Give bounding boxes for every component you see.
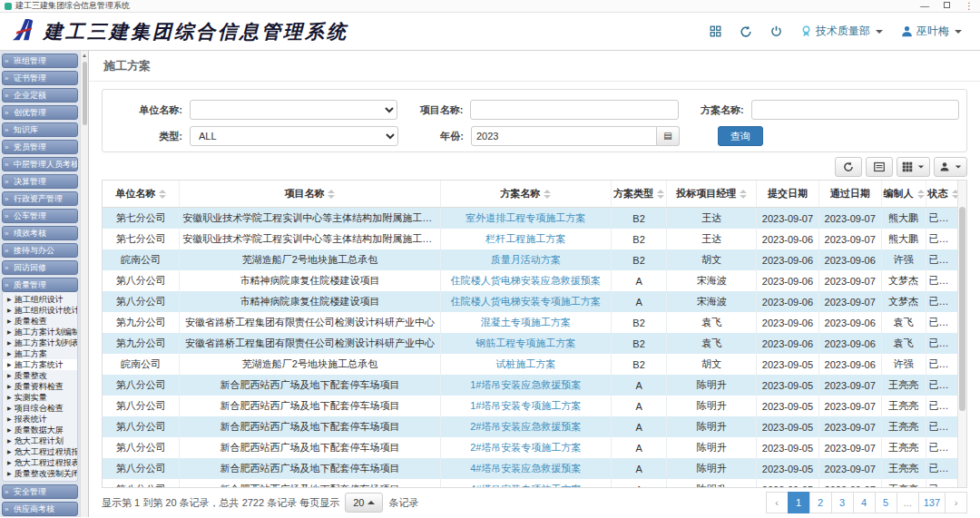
page-next-button[interactable]: › bbox=[945, 492, 967, 513]
sidebar-item-安全管理[interactable]: »安全管理 bbox=[2, 484, 78, 499]
department-dropdown[interactable]: 技术质量部 bbox=[800, 24, 883, 39]
plan-link[interactable]: 2#塔吊安装应急救援预案 bbox=[470, 421, 581, 432]
sidebar-item-中层管理人员考核[interactable]: »中层管理人员考核 bbox=[2, 157, 78, 171]
column-header-方案名称[interactable]: 方案名称 bbox=[440, 181, 611, 208]
submenu-item-施工方案计划列表[interactable]: ▶施工方案计划列表 bbox=[3, 337, 77, 348]
submenu-item-施工组织设计[interactable]: ▶施工组织设计 bbox=[3, 294, 77, 305]
sidebar-item-党员管理[interactable]: »党员管理 bbox=[2, 140, 78, 154]
refresh-table-button[interactable] bbox=[835, 157, 862, 177]
plan-link[interactable]: 栏杆工程施工方案 bbox=[485, 233, 565, 244]
plan-link[interactable]: 1#塔吊安装应急救援预案 bbox=[470, 379, 581, 390]
column-header-投标项目经理[interactable]: 投标项目经理 bbox=[667, 181, 757, 208]
submenu-item-项目综合检查[interactable]: ▶项目综合检查 bbox=[3, 403, 77, 414]
page-button-5[interactable]: 5 bbox=[875, 492, 897, 513]
submenu-item-施工方案计划编制[interactable]: ▶施工方案计划编制 bbox=[3, 327, 77, 337]
plan-link[interactable]: 2#塔吊安装专项施工方案 bbox=[470, 442, 581, 453]
cell-状态: 已审核 bbox=[926, 396, 957, 416]
plan-link[interactable]: 4#塔吊安装应急救援预案 bbox=[470, 463, 581, 474]
submenu-item-报表统计[interactable]: ▶报表统计 bbox=[3, 414, 77, 425]
submenu-item-质量数据大屏[interactable]: ▶质量数据大屏 bbox=[3, 425, 77, 435]
sidebar-scroll-thumb[interactable] bbox=[83, 62, 87, 125]
submenu-item-施工方案[interactable]: ▶施工方案 bbox=[3, 348, 77, 359]
scroll-up-icon[interactable]: ▲ bbox=[81, 53, 88, 58]
chevron-icon: » bbox=[5, 245, 8, 258]
type-select[interactable]: ALL bbox=[190, 126, 398, 146]
plan-link[interactable]: 1#塔吊安装专项施工方案 bbox=[470, 400, 581, 411]
submenu-item-实测实量[interactable]: ▶实测实量 bbox=[3, 392, 77, 403]
page-button-...[interactable]: ... bbox=[897, 492, 919, 513]
cell-单位名称: 第七分公司 bbox=[103, 208, 180, 230]
plan-link[interactable]: 住院楼人货电梯安装应急救援预案 bbox=[451, 275, 601, 286]
search-button[interactable]: 查询 bbox=[718, 126, 763, 146]
plan-input[interactable] bbox=[751, 100, 959, 120]
unit-select[interactable] bbox=[190, 100, 397, 120]
filter-panel: 单位名称: 项目名称: 方案名称: 类型: ALL 年份: ▤ 查询 bbox=[102, 89, 967, 152]
submenu-item-危大工程过程报表[interactable]: ▶危大工程过程报表 bbox=[3, 457, 77, 468]
column-header-方案类型[interactable]: 方案类型 bbox=[611, 181, 666, 208]
project-input[interactable] bbox=[470, 100, 678, 120]
page-button-1[interactable]: 1 bbox=[788, 492, 810, 513]
table-scroll-thumb[interactable] bbox=[959, 207, 965, 411]
minimize-button[interactable]: — bbox=[920, 2, 929, 11]
table-row: 第九分公司安徽省路桥工程集团有限责任公司检测设计科研产业中心混凝土专项施工方案B… bbox=[103, 312, 957, 333]
submenu-item-质量检查[interactable]: ▶质量检查 bbox=[3, 316, 77, 327]
column-header-状态[interactable]: 状态 bbox=[926, 181, 957, 208]
plan-link[interactable]: 试桩施工方案 bbox=[495, 358, 555, 369]
sidebar-item-绩效考核[interactable]: »绩效考核 bbox=[2, 226, 78, 240]
sidebar-item-回访回修[interactable]: »回访回修 bbox=[2, 260, 78, 275]
maximize-button[interactable] bbox=[944, 2, 950, 8]
plan-link[interactable]: 4#塔吊安装专项施工方案 bbox=[470, 484, 581, 488]
submenu-item-质量整改强制关闭[interactable]: ▶质量整改强制关闭 bbox=[3, 468, 77, 479]
calendar-button[interactable]: ▤ bbox=[657, 126, 680, 146]
table-scrollbar[interactable] bbox=[957, 181, 966, 487]
submenu-item-质量整改[interactable]: ▶质量整改 bbox=[3, 370, 77, 381]
page-button-4[interactable]: 4 bbox=[853, 492, 876, 513]
page-button-2[interactable]: 2 bbox=[809, 492, 832, 513]
page-button-3[interactable]: 3 bbox=[831, 492, 854, 513]
sidebar-group-quality[interactable]: » 质量管理 bbox=[2, 278, 78, 292]
triangle-icon: ▶ bbox=[7, 414, 12, 425]
submenu-item-质量资料检查[interactable]: ▶质量资料检查 bbox=[3, 381, 77, 392]
page-button-137[interactable]: 137 bbox=[918, 492, 946, 513]
column-header-单位名称[interactable]: 单位名称 bbox=[103, 181, 180, 208]
column-header-项目名称[interactable]: 项目名称 bbox=[180, 181, 440, 208]
sidebar-item-创优管理[interactable]: »创优管理 bbox=[2, 105, 78, 120]
submenu-item-危大工程计划[interactable]: ▶危大工程计划 bbox=[3, 435, 77, 446]
column-header-编制人[interactable]: 编制人 bbox=[881, 181, 926, 208]
apps-grid-icon[interactable] bbox=[710, 25, 721, 37]
sidebar-item-决算管理[interactable]: »决算管理 bbox=[2, 174, 78, 189]
plan-link[interactable]: 混凝土专项施工方案 bbox=[481, 317, 571, 327]
chevron-icon: » bbox=[5, 210, 8, 223]
sidebar-item-公车管理[interactable]: »公车管理 bbox=[2, 209, 78, 223]
columns-button[interactable] bbox=[897, 157, 930, 177]
sidebar-item-接待与办公[interactable]: »接待与办公 bbox=[2, 243, 78, 258]
sidebar-item-班组管理[interactable]: »班组管理 bbox=[2, 54, 78, 68]
plan-link[interactable]: 质量月活动方案 bbox=[491, 254, 561, 265]
page-size-button[interactable]: 20 bbox=[345, 493, 383, 513]
sidebar-item-知识库[interactable]: »知识库 bbox=[2, 122, 78, 137]
plan-link[interactable]: 住院楼人货电梯安装专项施工方案 bbox=[451, 296, 601, 307]
window-menu-button[interactable]: ⋮ bbox=[965, 2, 974, 11]
year-input[interactable] bbox=[471, 126, 657, 146]
submenu-item-施工方案统计[interactable]: ▶施工方案统计 bbox=[3, 359, 77, 370]
refresh-icon[interactable] bbox=[740, 25, 752, 38]
sidebar-item-企业定额[interactable]: »企业定额 bbox=[2, 88, 78, 103]
page-size-value: 20 bbox=[353, 497, 364, 508]
sidebar-item-供应商考核[interactable]: »供应商考核 bbox=[2, 502, 78, 516]
cell-单位名称: 第八分公司 bbox=[103, 416, 180, 437]
sidebar-scrollbar[interactable]: ▲ bbox=[80, 51, 89, 517]
toggle-view-button[interactable] bbox=[866, 157, 893, 177]
sidebar-item-label: 接待与办公 bbox=[12, 244, 54, 257]
sidebar-item-证书管理[interactable]: »证书管理 bbox=[2, 71, 78, 85]
table-body: 第七分公司安徽职业技术学院工程实训中心等主体结构加附属施工总承包项目室外道排工程… bbox=[103, 208, 957, 489]
power-icon[interactable] bbox=[770, 25, 782, 37]
submenu-item-危大工程过程填报[interactable]: ▶危大工程过程填报 bbox=[3, 446, 77, 457]
submenu-item-施工组织设计统计[interactable]: ▶施工组织设计统计 bbox=[3, 305, 77, 316]
plan-link[interactable]: 室外道排工程专项施工方案 bbox=[466, 212, 585, 223]
plan-link[interactable]: 钢筋工程专项施工方案 bbox=[475, 337, 575, 348]
export-button[interactable] bbox=[934, 157, 967, 177]
page-prev-button[interactable]: ‹ bbox=[766, 492, 789, 513]
user-icon bbox=[901, 25, 913, 37]
user-dropdown[interactable]: 巫叶梅 bbox=[901, 24, 962, 39]
sidebar-item-行政资产管理[interactable]: »行政资产管理 bbox=[2, 191, 78, 206]
